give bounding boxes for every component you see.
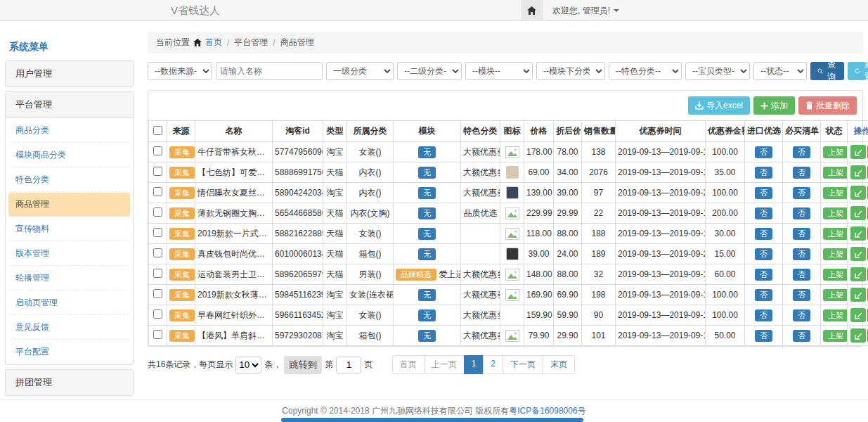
row-checkbox[interactable] bbox=[153, 187, 162, 196]
module-cell: 无 bbox=[394, 224, 461, 244]
sidebar-subitem-商品分类[interactable]: 商品分类 bbox=[8, 119, 130, 143]
sidebar-item-用户管理[interactable]: 用户管理 bbox=[6, 61, 133, 87]
filter-select-item-type[interactable]: --宝贝类型-- bbox=[685, 62, 750, 80]
import-select-badge[interactable]: 否 bbox=[755, 309, 772, 321]
pager-item-首页[interactable]: 首页 bbox=[392, 355, 425, 374]
home-button[interactable] bbox=[522, 0, 543, 21]
pager-item-上一页[interactable]: 上一页 bbox=[424, 355, 465, 374]
status-badge[interactable]: 上架 bbox=[823, 330, 848, 342]
filter-select-module[interactable]: --模块-- bbox=[465, 62, 533, 80]
filter-select-status[interactable]: --状态-- bbox=[753, 62, 807, 80]
filter-select-level1-category[interactable]: 一级分类 bbox=[326, 62, 394, 80]
must-buy-badge[interactable]: 否 bbox=[793, 248, 810, 260]
edit-button[interactable] bbox=[850, 288, 866, 302]
status-badge[interactable]: 上架 bbox=[823, 309, 848, 321]
status-badge[interactable]: 上架 bbox=[823, 289, 848, 301]
row-checkbox[interactable] bbox=[153, 207, 162, 217]
status-badge[interactable]: 上架 bbox=[823, 228, 848, 240]
import-select-badge[interactable]: 否 bbox=[755, 207, 772, 219]
must-buy-badge[interactable]: 否 bbox=[793, 228, 810, 240]
edit-button[interactable] bbox=[850, 206, 866, 220]
import-select-badge[interactable]: 否 bbox=[755, 330, 772, 342]
status-badge[interactable]: 上架 bbox=[823, 167, 848, 179]
reset-button[interactable]: 重置 bbox=[848, 62, 868, 80]
status-badge[interactable]: 上架 bbox=[823, 207, 848, 219]
breadcrumb-home-link[interactable]: 首页 bbox=[205, 37, 222, 49]
page-size-select[interactable]: 10 bbox=[235, 357, 261, 373]
sidebar-subitem-意见反馈[interactable]: 意见反馈 bbox=[8, 316, 130, 340]
status-badge[interactable]: 上架 bbox=[823, 187, 848, 199]
edit-button[interactable] bbox=[850, 247, 866, 261]
filter-select-module-sub-category[interactable]: --模块下分类-- bbox=[536, 62, 605, 80]
pagination-row: 共16条记录，每页显示 10 条， 跳转到 第 页 首页上一页12下一页末页 bbox=[148, 355, 863, 374]
filter-input-name[interactable] bbox=[216, 62, 323, 80]
must-buy-badge[interactable]: 否 bbox=[793, 289, 810, 301]
import-select-badge[interactable]: 否 bbox=[755, 248, 772, 260]
edit-button[interactable] bbox=[850, 267, 866, 281]
import-select-badge[interactable]: 否 bbox=[755, 289, 772, 301]
import-select-badge[interactable]: 否 bbox=[755, 228, 772, 240]
sidebar-subitem-特色分类[interactable]: 特色分类 bbox=[8, 168, 130, 192]
must-buy-badge[interactable]: 否 bbox=[793, 269, 810, 281]
select-all-checkbox[interactable] bbox=[153, 126, 162, 135]
sidebar-subitem-宣传物料[interactable]: 宣传物料 bbox=[8, 217, 130, 241]
sidebar-subitem-商品管理[interactable]: 商品管理 bbox=[8, 193, 130, 217]
horizontal-scrollbar-thumb[interactable] bbox=[281, 418, 583, 422]
status-badge[interactable]: 上架 bbox=[823, 269, 848, 281]
breadcrumb-item-goods[interactable]: 商品管理 bbox=[280, 37, 314, 49]
breadcrumb-item-platform[interactable]: 平台管理 bbox=[234, 37, 268, 49]
row-checkbox[interactable] bbox=[153, 289, 162, 298]
import-excel-button[interactable]: 导入excel bbox=[688, 96, 750, 115]
must-buy-badge[interactable]: 否 bbox=[793, 146, 810, 158]
sidebar-subitem-启动页管理[interactable]: 启动页管理 bbox=[8, 291, 130, 315]
filter-select-data-source[interactable]: --数据来源-- bbox=[148, 62, 212, 80]
row-checkbox[interactable] bbox=[153, 167, 162, 176]
sidebar-item-拼团管理[interactable]: 拼团管理 bbox=[6, 370, 133, 395]
product-thumbnail bbox=[506, 166, 519, 179]
status-badge[interactable]: 上架 bbox=[823, 248, 848, 260]
edit-button[interactable] bbox=[850, 226, 866, 241]
jump-button[interactable]: 跳转到 bbox=[284, 356, 322, 374]
query-button[interactable]: 查询 bbox=[810, 62, 844, 80]
must-buy-badge[interactable]: 否 bbox=[793, 330, 810, 342]
filter-bar: --数据来源--一级分类--二级分类----模块----模块下分类----特色分… bbox=[148, 62, 863, 80]
import-select-badge[interactable]: 否 bbox=[755, 269, 772, 281]
must-buy-badge[interactable]: 否 bbox=[793, 207, 810, 219]
row-checkbox[interactable] bbox=[153, 309, 162, 319]
must-buy-badge[interactable]: 否 bbox=[793, 309, 810, 321]
sidebar-item-平台管理[interactable]: 平台管理 bbox=[6, 92, 133, 117]
sidebar-subitem-版本管理[interactable]: 版本管理 bbox=[8, 242, 130, 266]
edit-button[interactable] bbox=[850, 165, 866, 179]
filter-select-feature-category[interactable]: --特色分类-- bbox=[609, 62, 682, 80]
pager-item-1[interactable]: 1 bbox=[464, 355, 484, 374]
row-checkbox[interactable] bbox=[153, 146, 162, 155]
sidebar-subitem-模块商品分类[interactable]: 模块商品分类 bbox=[8, 143, 130, 167]
row-checkbox[interactable] bbox=[153, 248, 162, 257]
page-number-input[interactable] bbox=[336, 357, 361, 373]
must-buy-badge[interactable]: 否 bbox=[793, 167, 810, 179]
row-checkbox[interactable] bbox=[153, 269, 162, 278]
batch-delete-button[interactable]: 批量删除 bbox=[798, 96, 857, 115]
import-select-badge[interactable]: 否 bbox=[755, 167, 772, 179]
sidebar-subitem-轮播管理[interactable]: 轮播管理 bbox=[8, 267, 130, 290]
user-menu[interactable]: 欢迎您, 管理员! bbox=[543, 0, 629, 21]
filter-select-level2-category[interactable]: --二级分类-- bbox=[397, 62, 462, 80]
edit-button[interactable] bbox=[850, 186, 866, 200]
sidebar-subitem-平台配置[interactable]: 平台配置 bbox=[8, 340, 130, 364]
table-row: 采集【七色纺】可爱纯棉家...588869917501天猫内衣()无大额优惠券6… bbox=[149, 162, 868, 183]
pager-item-末页[interactable]: 末页 bbox=[543, 355, 575, 374]
import-select-badge[interactable]: 否 bbox=[755, 146, 772, 158]
pager-item-下一页[interactable]: 下一页 bbox=[503, 355, 543, 374]
pager-item-2[interactable]: 2 bbox=[483, 355, 503, 374]
row-checkbox[interactable] bbox=[153, 330, 162, 339]
icp-link[interactable]: 粤ICP备16098006号 bbox=[509, 405, 585, 417]
must-buy-badge[interactable]: 否 bbox=[793, 187, 810, 199]
status-badge[interactable]: 上架 bbox=[823, 146, 848, 158]
row-checkbox[interactable] bbox=[153, 228, 162, 237]
edit-button[interactable] bbox=[850, 145, 866, 159]
module-cell: 无 bbox=[394, 162, 461, 183]
edit-button[interactable] bbox=[850, 308, 866, 322]
edit-button[interactable] bbox=[850, 328, 866, 343]
import-select-badge[interactable]: 否 bbox=[755, 187, 772, 199]
add-button[interactable]: 添加 bbox=[753, 96, 795, 115]
